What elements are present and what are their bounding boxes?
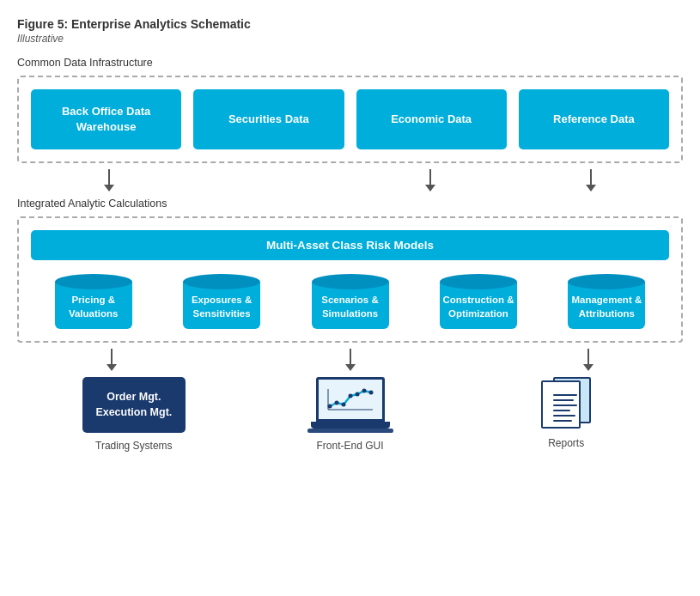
reports-icon [536,377,596,430]
report-lines [553,394,577,422]
trading-box: Order Mgt.Execution Mgt. [82,377,186,433]
bottom-arrow-2 [345,349,356,371]
cdi-arrows-row [17,167,683,194]
iac-container: Multi-Asset Class Risk Models Pricing &V… [17,216,683,343]
reports-label: Reports [548,437,584,449]
svg-point-7 [362,389,366,393]
laptop-foot [307,429,393,433]
gui-label: Front-End GUI [316,440,383,452]
output-reports: Reports [458,377,674,449]
arrow-down-1 [104,169,114,192]
box-reference: Reference Data [519,89,669,149]
output-gui: Front-End GUI [242,377,459,452]
bottom-arrow-3 [583,349,593,371]
arrow-slot-3 [350,167,511,194]
box-securities: Securities Data [193,89,344,149]
report-page-front [541,380,581,429]
cdi-container: Back Office DataWarehouse Securities Dat… [17,76,683,163]
bottom-outputs: Order Mgt.Execution Mgt. Trading Systems [17,377,683,452]
svg-point-8 [368,391,373,395]
cylinder-pricing: Pricing &Valuations [34,274,152,329]
arrow-down-4 [586,169,596,192]
svg-point-4 [341,403,345,407]
cdi-label: Common Data Infrastructure [17,57,683,69]
arrow-down-3 [425,169,435,192]
cylinder-construction: Construction &Optimization [419,274,537,329]
svg-point-6 [355,392,359,397]
svg-point-2 [327,404,332,409]
figure-title: Figure 5: Enterprise Analytics Schematic [17,17,683,31]
cylinder-management: Management &Attributions [548,274,666,329]
bottom-arrow-1 [107,349,117,371]
iac-label: Integrated Analytic Calculations [17,198,683,210]
svg-point-5 [348,394,352,398]
svg-point-3 [334,401,338,405]
arrow-slot-4 [510,167,671,194]
figure-subtitle: Illustrative [17,33,683,45]
trading-label: Trading Systems [95,440,173,452]
laptop-icon [307,377,393,433]
bottom-arrows-row [17,346,683,374]
cylinders-row: Pricing &Valuations Exposures &Sensitivi… [31,274,669,329]
risk-models-bar: Multi-Asset Class Risk Models [31,230,669,260]
bottom-arrow-slot-2 [307,346,393,374]
box-economic: Economic Data [356,89,507,149]
output-trading: Order Mgt.Execution Mgt. Trading Systems [26,377,242,452]
data-boxes-row: Back Office DataWarehouse Securities Dat… [31,89,669,149]
bottom-arrow-slot-3 [545,346,631,374]
laptop-screen [316,377,385,422]
cylinder-exposures: Exposures &Sensitivities [162,274,280,329]
box-back-office: Back Office DataWarehouse [31,89,181,149]
arrow-slot-1 [29,167,190,194]
bottom-arrow-slot-1 [69,346,155,374]
chart-svg [325,384,376,415]
laptop-base [311,422,390,429]
cylinder-scenarios: Scenarios &Simulations [291,274,409,329]
